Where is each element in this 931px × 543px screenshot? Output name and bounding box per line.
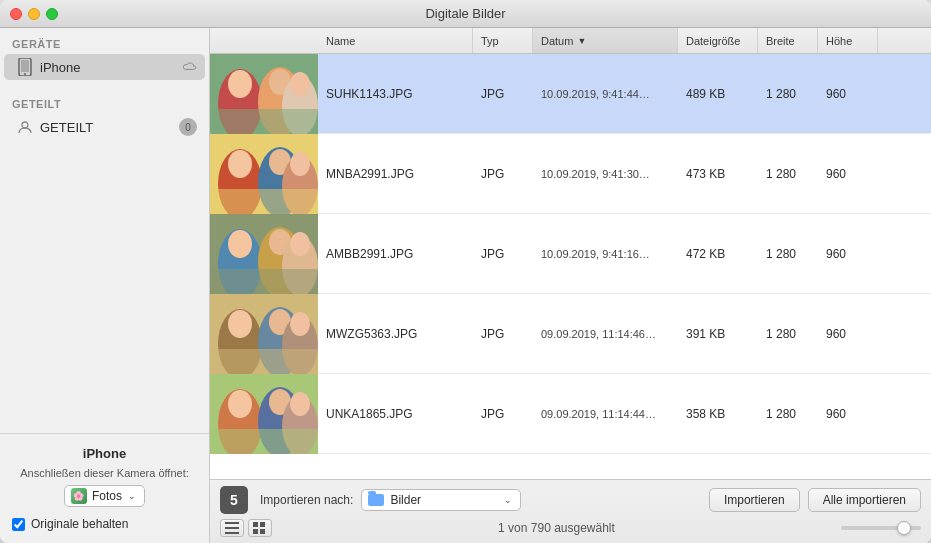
file-width: 1 280	[758, 167, 818, 181]
table-row[interactable]: UNKA1865.JPGJPG09.09.2019, 11:14:44…358 …	[210, 374, 931, 454]
svg-point-38	[228, 390, 252, 418]
sidebar-item-iphone[interactable]: iPhone	[4, 54, 205, 80]
thumbnail-cell	[210, 294, 318, 374]
table-header: Name Typ Datum ▼ Dateigröße Breite Höhe	[210, 28, 931, 54]
svg-rect-1	[21, 60, 29, 72]
import-button[interactable]: Importieren	[709, 488, 800, 512]
traffic-lights	[10, 8, 58, 20]
file-type: JPG	[473, 87, 533, 101]
folder-dropdown[interactable]: Bilder ⌄	[361, 489, 521, 511]
svg-point-18	[290, 152, 310, 176]
svg-point-22	[228, 230, 252, 258]
keep-originals-checkbox[interactable]	[12, 518, 25, 531]
file-type: JPG	[473, 407, 533, 421]
device-name: iPhone	[12, 446, 197, 461]
dropdown-arrow-icon: ⌄	[128, 491, 136, 501]
import-buttons: Importieren Alle importieren	[709, 488, 921, 512]
svg-rect-43	[210, 429, 318, 454]
main-content: GERÄTE iPhone GETEILT	[0, 28, 931, 543]
svg-rect-48	[260, 522, 265, 527]
file-width: 1 280	[758, 247, 818, 261]
file-height: 960	[818, 327, 878, 341]
file-height: 960	[818, 407, 878, 421]
connect-label: Anschließen dieser Kamera öffnet:	[12, 467, 197, 479]
minimize-button[interactable]	[28, 8, 40, 20]
svg-rect-50	[260, 529, 265, 534]
svg-point-26	[290, 232, 310, 256]
file-size: 391 KB	[678, 327, 758, 341]
geraete-header: GERÄTE	[0, 28, 209, 54]
th-width[interactable]: Breite	[758, 28, 818, 53]
icloud-icon	[181, 61, 197, 73]
svg-rect-35	[210, 349, 318, 374]
import-all-button[interactable]: Alle importieren	[808, 488, 921, 512]
file-size: 473 KB	[678, 167, 758, 181]
file-width: 1 280	[758, 327, 818, 341]
svg-rect-46	[225, 532, 239, 534]
sidebar: GERÄTE iPhone GETEILT	[0, 28, 210, 543]
bottom-bar: 5 Importieren nach: Bilder ⌄ Importieren…	[210, 479, 931, 543]
file-name: MWZG5363.JPG	[318, 327, 473, 341]
file-type: JPG	[473, 327, 533, 341]
grid-view-button[interactable]	[248, 519, 272, 537]
th-name[interactable]: Name	[318, 28, 473, 53]
thumbnail-cell	[210, 54, 318, 134]
sidebar-bottom: iPhone Anschließen dieser Kamera öffnet:…	[0, 433, 209, 543]
app-dropdown[interactable]: 🌸 Fotos ⌄	[64, 485, 145, 507]
th-date[interactable]: Datum ▼	[533, 28, 678, 53]
zoom-slider-area	[841, 526, 921, 530]
file-size: 358 KB	[678, 407, 758, 421]
bottom-row2: 1 von 790 ausgewählt	[220, 519, 921, 537]
title-bar: Digitale Bilder	[0, 0, 931, 28]
close-button[interactable]	[10, 8, 22, 20]
thumbnail-cell	[210, 134, 318, 214]
file-size: 489 KB	[678, 87, 758, 101]
svg-rect-44	[225, 522, 239, 524]
svg-rect-47	[253, 522, 258, 527]
fotos-app-icon: 🌸	[71, 488, 87, 504]
svg-rect-27	[210, 269, 318, 294]
folder-icon	[368, 494, 384, 506]
svg-point-30	[228, 310, 252, 338]
table-row[interactable]: AMBB2991.JPGJPG10.09.2019, 9:41:16…472 K…	[210, 214, 931, 294]
file-date: 10.09.2019, 9:41:16…	[533, 248, 678, 260]
file-name: UNKA1865.JPG	[318, 407, 473, 421]
keep-originals-row: Originale behalten	[12, 517, 197, 531]
file-name: AMBB2991.JPG	[318, 247, 473, 261]
zoom-slider-thumb[interactable]	[897, 521, 911, 535]
file-type: JPG	[473, 247, 533, 261]
th-height[interactable]: Höhe	[818, 28, 878, 53]
thumbnail-cell	[210, 214, 318, 294]
sidebar-item-geteilt[interactable]: GETEILT 0	[4, 114, 205, 140]
svg-rect-11	[210, 109, 318, 134]
svg-point-6	[228, 70, 252, 98]
zoom-slider[interactable]	[841, 526, 921, 530]
folder-name: Bilder	[390, 493, 421, 507]
thumbnail-cell	[210, 374, 318, 454]
table-row[interactable]: MNBA2991.JPGJPG10.09.2019, 9:41:30…473 K…	[210, 134, 931, 214]
sort-arrow-icon: ▼	[577, 36, 586, 46]
th-filesize[interactable]: Dateigröße	[678, 28, 758, 53]
keep-originals-label: Originale behalten	[31, 517, 128, 531]
folder-dropdown-arrow-icon: ⌄	[504, 495, 512, 505]
svg-rect-49	[253, 529, 258, 534]
table-row[interactable]: SUHK1143.JPGJPG10.09.2019, 9:41:44…489 K…	[210, 54, 931, 134]
app-window: Digitale Bilder GERÄTE iPhone GETEI	[0, 0, 931, 543]
bottom-row1: 5 Importieren nach: Bilder ⌄ Importieren…	[220, 486, 921, 514]
file-height: 960	[818, 247, 878, 261]
svg-point-3	[22, 122, 28, 128]
file-name: SUHK1143.JPG	[318, 87, 473, 101]
table-row[interactable]: MWZG5363.JPGJPG09.09.2019, 11:14:46…391 …	[210, 294, 931, 374]
svg-point-2	[24, 73, 26, 75]
svg-rect-45	[225, 527, 239, 529]
svg-point-34	[290, 312, 310, 336]
maximize-button[interactable]	[46, 8, 58, 20]
list-view-button[interactable]	[220, 519, 244, 537]
geteilt-badge: 0	[179, 118, 197, 136]
app-name: Fotos	[92, 489, 122, 503]
import-badge: 5	[220, 486, 248, 514]
file-width: 1 280	[758, 407, 818, 421]
file-date: 09.09.2019, 11:14:46…	[533, 328, 678, 340]
svg-rect-19	[210, 189, 318, 214]
th-type[interactable]: Typ	[473, 28, 533, 53]
